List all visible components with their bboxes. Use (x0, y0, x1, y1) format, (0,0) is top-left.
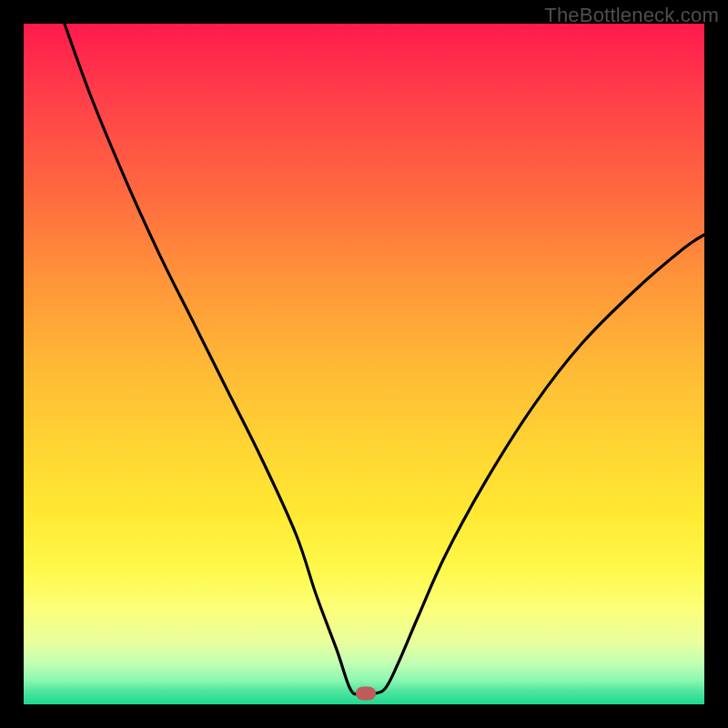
optimal-point-marker (356, 687, 376, 701)
watermark-text: TheBottleneck.com (544, 4, 719, 27)
plot-area (24, 24, 704, 704)
chart-frame: TheBottleneck.com (0, 0, 728, 728)
bottleneck-curve (24, 24, 704, 704)
